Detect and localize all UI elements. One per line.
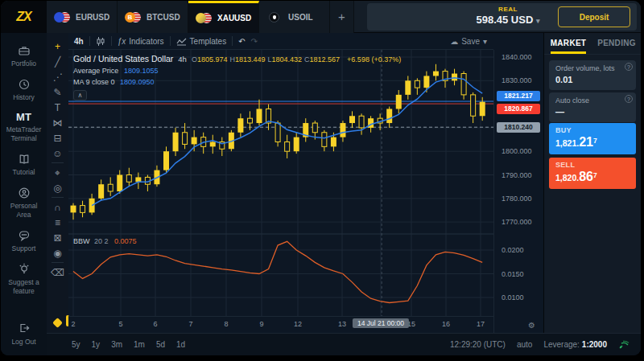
sidebar-item-metatrader-terminal[interactable]: MTMetaTrader Terminal (1, 111, 47, 143)
candle-style-button[interactable] (96, 36, 105, 47)
auto-close-value: — (555, 107, 630, 117)
fib-retracement-tool-icon[interactable]: ⋰ (50, 69, 65, 84)
collapse-legend-button[interactable]: ∧ (73, 90, 87, 101)
save-button[interactable]: ☁ Save ▾ (450, 37, 487, 46)
xabcd-pattern-tool-icon[interactable]: ⋈ (50, 115, 65, 130)
overlay-label: Average Price (73, 67, 118, 75)
overlay-value: 1809.1055 (124, 67, 159, 75)
instrument-tabs: EURUSDBBTCUSDXAUUSDUSOIL+ (47, 1, 354, 33)
sidebar-item-portfolio[interactable]: Portfolio (1, 43, 47, 68)
undo-icon[interactable]: ↶ (238, 37, 245, 46)
range-button-1y[interactable]: 1y (92, 340, 101, 349)
order-tab-pending[interactable]: PENDING (592, 33, 641, 54)
hide-drawings-tool-icon[interactable]: ◉ (50, 245, 65, 260)
oil-drop-icon (266, 11, 283, 23)
trend-line-tool-icon[interactable]: ╱ (50, 54, 65, 69)
indicator-tick: 0.0200 (502, 246, 524, 254)
symbol-name[interactable]: Gold / United States Dollar (73, 54, 173, 64)
show-drawings-tool-icon[interactable]: ≡ (50, 215, 65, 230)
sidebar-item-suggest-a-feature[interactable]: Suggest a feature (1, 262, 47, 296)
sidebar-item-personal-area[interactable]: Personal Area (1, 186, 47, 219)
cloud-icon: ☁ (450, 37, 458, 46)
time-axis-label: 13 (338, 320, 346, 328)
indicator-name: BBW (73, 237, 90, 245)
mt-icon: MT (16, 111, 31, 123)
person-icon (18, 186, 31, 199)
position-tool-icon[interactable]: ⊟ (50, 130, 65, 146)
bottom-bar: 5y1y3m1m5d1d 12:29:20 (UTC) auto Leverag… (47, 333, 641, 355)
account-balance[interactable]: REAL 598.45 USD ▾ Deposit (367, 3, 637, 31)
time-axis-label: 8 (224, 320, 228, 328)
btc-us-flags-icon: B (125, 11, 141, 23)
logout-arrow-icon (18, 322, 31, 335)
auto-close-field[interactable]: Auto close — ? (549, 92, 636, 122)
crosshair-time-tag: 14 Jul 21 00:00 (353, 318, 409, 328)
buy-button[interactable]: BUY 1,821.217 (549, 123, 636, 154)
zoom-tool-icon[interactable]: ◎ (50, 180, 65, 195)
range-button-1d[interactable]: 1d (176, 340, 185, 349)
add-instrument-tab-button[interactable]: + (330, 1, 354, 33)
exness-logo[interactable]: ZX (1, 1, 47, 33)
deposit-button[interactable]: Deposit (558, 6, 630, 27)
overlay-value: 1809.0950 (120, 78, 155, 86)
toolbar-separator (52, 197, 64, 198)
trading-terminal: ZX EURUSDBBTCUSDXAUUSDUSOIL+ REAL 598.45… (1, 1, 641, 355)
templates-label: Templates (190, 37, 227, 46)
instrument-tab-eurusd[interactable]: EURUSD (47, 1, 118, 33)
ohlc-values: O1805.974H1813.449L1804.432C1812.567 (192, 54, 342, 64)
indicator-params: 20 2 (94, 237, 109, 245)
sell-button[interactable]: SELL 1,820.867 (549, 158, 636, 189)
price-tick: 1770.000 (502, 218, 532, 226)
buy-price: 1,821.217 (555, 135, 630, 150)
time-axis-label: 12 (294, 320, 302, 328)
indicator-value: 0.0075 (114, 237, 137, 245)
magnet-tool-icon[interactable]: ∩ (50, 199, 65, 215)
timeframe-button[interactable]: 4h (74, 37, 84, 46)
sidebar-item-support[interactable]: Support (1, 228, 47, 253)
range-button-3m[interactable]: 3m (111, 340, 122, 349)
indicator-legend: BBW 20 2 0.0075 (73, 237, 137, 245)
price-tick: 1830.000 (502, 76, 532, 84)
lock-drawings-tool-icon[interactable]: ⊠ (50, 230, 65, 245)
text-tool-icon[interactable]: T (50, 100, 65, 115)
redo-icon[interactable]: ↷ (251, 37, 258, 46)
toolbar-separator (52, 162, 64, 163)
indicators-label: Indicators (129, 37, 163, 46)
help-icon[interactable]: ? (625, 95, 633, 103)
brush-tool-icon[interactable]: ✎ (50, 84, 65, 100)
crosshair-tool-icon[interactable]: + (50, 39, 65, 54)
sidebar-item-log-out[interactable]: Log Out (1, 322, 47, 347)
timezone-mode[interactable]: auto (517, 340, 532, 349)
account-summary: REAL 598.45 USD ▾ (456, 6, 560, 26)
order-volume-field[interactable]: Order volume, lots 0.01 ? (549, 60, 636, 90)
templates-icon (176, 37, 187, 46)
templates-button[interactable]: Templates (176, 37, 227, 46)
instrument-tab-btcusd[interactable]: BBTCUSD (118, 1, 188, 33)
top-bar: ZX EURUSDBBTCUSDXAUUSDUSOIL+ REAL 598.45… (1, 1, 641, 33)
time-axis-label: 7 (188, 320, 192, 328)
range-button-5d[interactable]: 5d (156, 340, 165, 349)
instrument-tab-xauusd[interactable]: XAUUSD (188, 1, 259, 33)
chart-canvas[interactable]: Gold / United States Dollar 4h O1805.974… (68, 50, 493, 316)
sidebar-item-history[interactable]: History (1, 77, 47, 102)
time-axis-label: 9 (259, 320, 263, 328)
indicators-button[interactable]: ƒx Indicators (118, 37, 164, 46)
instrument-tab-usoil[interactable]: USOIL (259, 1, 330, 33)
measure-tool-icon[interactable]: ⌖ (50, 165, 65, 180)
chevron-down-icon: ▾ (483, 37, 487, 46)
time-axis-label: 17 (477, 320, 485, 328)
help-icon[interactable]: ? (625, 63, 633, 71)
price-axis[interactable]: ⚙ 1840.0001830.0001800.0001790.0001780.0… (493, 50, 543, 333)
time-axis[interactable]: 256789121315161714 Jul 21 00:00 (68, 316, 493, 333)
leverage: Leverage:1:2000 (543, 340, 607, 349)
sidebar-item-tutorial[interactable]: Tutorial (1, 152, 47, 177)
settings-gear-icon[interactable]: ⚙ (528, 321, 535, 330)
order-panel-tabs: MARKETPENDING (544, 33, 641, 55)
chart-toolbar: 4h ƒx Indicators Templates ↶ ↷ (68, 33, 493, 50)
remove-drawings-tool-icon[interactable]: ⌫ (50, 265, 65, 280)
clock: 12:29:20 (UTC) (450, 340, 506, 349)
emoji-tool-icon[interactable]: ☺ (50, 146, 65, 161)
order-tab-market[interactable]: MARKET (544, 33, 592, 54)
range-button-1m[interactable]: 1m (134, 340, 145, 349)
range-button-5y[interactable]: 5y (72, 340, 80, 349)
